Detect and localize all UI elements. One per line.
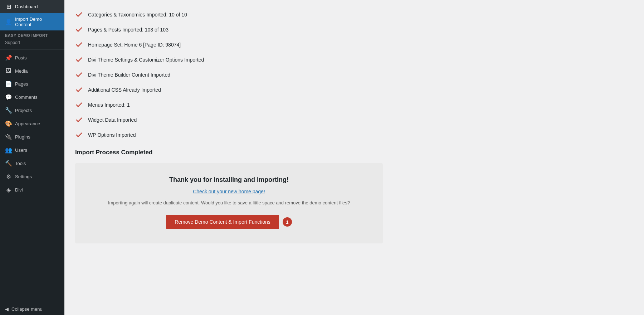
pages-icon: 📄: [5, 81, 12, 87]
sidebar-item-dashboard-label: Dashboard: [15, 4, 38, 9]
sidebar-item-users[interactable]: 👥 Users: [0, 144, 64, 157]
sidebar-item-plugins[interactable]: 🔌 Plugins: [0, 130, 64, 144]
sidebar-item-settings-label: Settings: [15, 174, 32, 179]
duplicate-note: Importing again will create duplicate co…: [86, 200, 372, 205]
sidebar-item-settings[interactable]: ⚙ Settings: [0, 170, 64, 183]
sidebar-item-pages[interactable]: 📄 Pages: [0, 77, 64, 91]
check-item: Pages & Posts Imported: 103 of 103: [75, 22, 633, 37]
checkmark-icon: [75, 41, 83, 49]
checkmark-icon: [75, 11, 83, 19]
settings-icon: ⚙: [5, 173, 12, 180]
sidebar-item-divi-label: Divi: [15, 187, 23, 193]
check-item-label: Categories & Taxonomies Imported: 10 of …: [88, 12, 187, 18]
sidebar-collapse-label: Collapse menu: [11, 306, 43, 312]
sidebar-item-posts[interactable]: 📌 Posts: [0, 51, 64, 64]
sidebar-item-appearance[interactable]: 🎨 Appearance: [0, 117, 64, 130]
sidebar-item-import-demo-label: Import Demo Content: [15, 16, 59, 27]
plugins-icon: 🔌: [5, 134, 12, 140]
sidebar-item-projects-label: Projects: [15, 108, 32, 113]
import-complete-heading: Import Process Completed: [75, 149, 633, 156]
sidebar-item-import-demo[interactable]: 👤 Import Demo Content: [0, 13, 64, 30]
sidebar-item-tools-label: Tools: [15, 161, 26, 166]
media-icon: 🖼: [5, 68, 12, 74]
check-item-label: Divi Theme Builder Content Imported: [88, 72, 170, 78]
posts-icon: 📌: [5, 54, 12, 61]
collapse-icon: ◀: [5, 306, 9, 312]
check-items-list: Categories & Taxonomies Imported: 10 of …: [75, 7, 633, 142]
tools-icon: 🔨: [5, 160, 12, 167]
sidebar: ⊞ Dashboard 👤 Import Demo Content Easy D…: [0, 0, 64, 315]
sidebar-item-divi[interactable]: ◈ Divi: [0, 183, 64, 197]
checkmark-icon: [75, 131, 83, 139]
sidebar-item-posts-label: Posts: [15, 55, 27, 60]
checkmark-icon: [75, 116, 83, 124]
thank-you-text: Thank you for installing and importing!: [86, 176, 372, 184]
check-item: Categories & Taxonomies Imported: 10 of …: [75, 7, 633, 22]
sidebar-support-label[interactable]: Support: [0, 39, 64, 48]
badge-count: 1: [283, 217, 292, 227]
remove-demo-button[interactable]: Remove Demo Content & Import Functions: [166, 215, 279, 229]
sidebar-item-pages-label: Pages: [15, 81, 28, 87]
sidebar-item-projects[interactable]: 🔧 Projects: [0, 104, 64, 117]
checkmark-icon: [75, 26, 83, 34]
check-item: Additional CSS Already Imported: [75, 82, 633, 97]
checkmark-icon: [75, 101, 83, 109]
import-demo-icon: 👤: [5, 19, 12, 25]
completion-box: Thank you for installing and importing! …: [75, 163, 383, 243]
check-item: Homepage Set: Home 6 [Page ID: 98074]: [75, 37, 633, 52]
sidebar-item-dashboard[interactable]: ⊞ Dashboard: [0, 0, 64, 13]
checkmark-icon: [75, 86, 83, 94]
check-item-label: Homepage Set: Home 6 [Page ID: 98074]: [88, 42, 181, 48]
check-item-label: Pages & Posts Imported: 103 of 103: [88, 27, 169, 33]
check-item: Widget Data Imported: [75, 112, 633, 127]
projects-icon: 🔧: [5, 107, 12, 114]
check-item: Divi Theme Settings & Customizer Options…: [75, 52, 633, 67]
sidebar-collapse-menu[interactable]: ◀ Collapse menu: [0, 303, 64, 315]
comments-icon: 💬: [5, 94, 12, 101]
check-item: Divi Theme Builder Content Imported: [75, 67, 633, 82]
check-item-label: Additional CSS Already Imported: [88, 87, 161, 93]
sidebar-item-comments[interactable]: 💬 Comments: [0, 91, 64, 104]
dashboard-icon: ⊞: [5, 3, 12, 10]
checkmark-icon: [75, 71, 83, 79]
appearance-icon: 🎨: [5, 120, 12, 127]
main-content: Categories & Taxonomies Imported: 10 of …: [64, 0, 644, 315]
easy-demo-import-section-label: Easy Demo Import: [0, 30, 64, 39]
users-icon: 👥: [5, 147, 12, 154]
check-item-label: Menus Imported: 1: [88, 102, 130, 108]
sidebar-item-media-label: Media: [15, 68, 28, 74]
check-item-label: WP Options Imported: [88, 132, 136, 138]
sidebar-item-users-label: Users: [15, 147, 27, 153]
sidebar-item-appearance-label: Appearance: [15, 121, 40, 126]
sidebar-item-comments-label: Comments: [15, 94, 38, 100]
checkmark-icon: [75, 56, 83, 64]
divi-icon: ◈: [5, 186, 12, 193]
check-item: Menus Imported: 1: [75, 97, 633, 112]
sidebar-item-plugins-label: Plugins: [15, 134, 30, 140]
sidebar-item-tools[interactable]: 🔨 Tools: [0, 157, 64, 170]
sidebar-item-media[interactable]: 🖼 Media: [0, 64, 64, 77]
remove-button-wrapper: Remove Demo Content & Import Functions 1: [86, 215, 372, 229]
check-item-label: Divi Theme Settings & Customizer Options…: [88, 57, 204, 63]
check-item-label: Widget Data Imported: [88, 117, 137, 123]
sidebar-divider-1: [0, 49, 64, 50]
check-item: WP Options Imported: [75, 127, 633, 142]
home-page-link[interactable]: Check out your new home page!: [86, 189, 372, 194]
